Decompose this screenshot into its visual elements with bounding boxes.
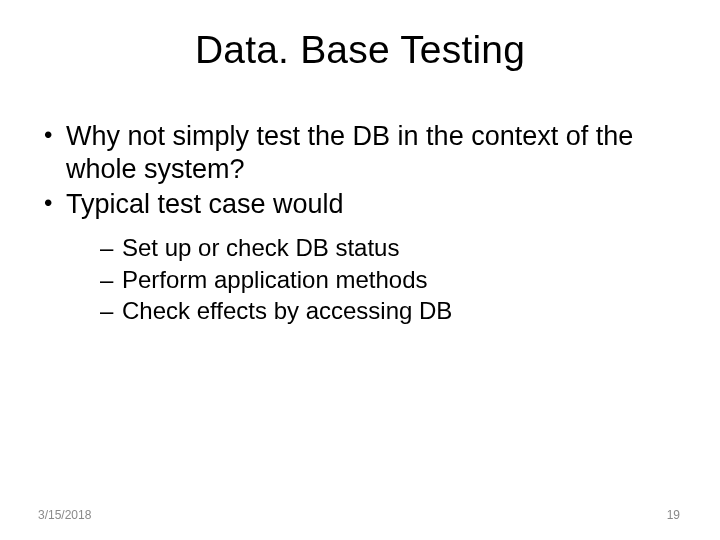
- sub-bullet-list: Set up or check DB status Perform applic…: [98, 233, 682, 327]
- slide-title: Data. Base Testing: [0, 0, 720, 72]
- slide-footer: 3/15/2018 19: [0, 508, 720, 522]
- footer-date: 3/15/2018: [38, 508, 91, 522]
- slide-content: Why not simply test the DB in the contex…: [0, 72, 720, 327]
- bullet-list: Why not simply test the DB in the contex…: [38, 120, 682, 327]
- footer-page-number: 19: [667, 508, 680, 522]
- sub-bullet-item: Set up or check DB status: [98, 233, 682, 264]
- sub-bullet-item: Check effects by accessing DB: [98, 296, 682, 327]
- bullet-text: Typical test case would: [66, 189, 344, 219]
- sub-bullet-item: Perform application methods: [98, 265, 682, 296]
- bullet-item: Typical test case would Set up or check …: [38, 188, 682, 327]
- bullet-item: Why not simply test the DB in the contex…: [38, 120, 682, 186]
